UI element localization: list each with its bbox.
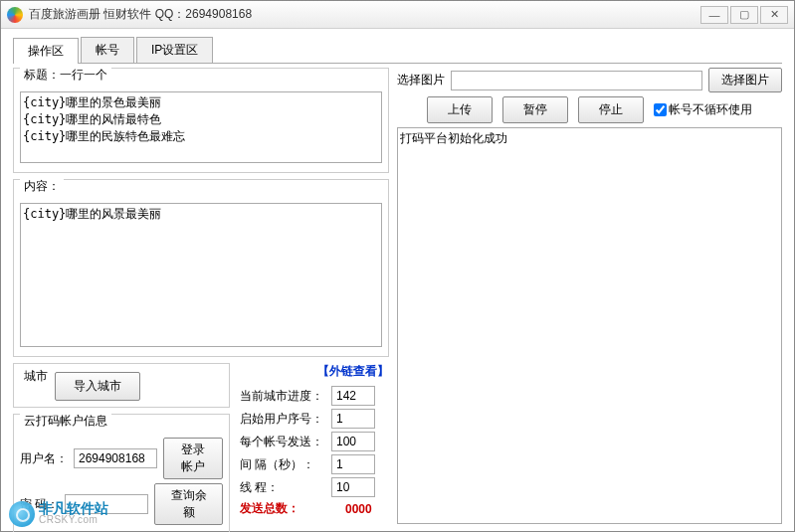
username-label: 用户名： bbox=[20, 450, 68, 467]
content-group-label: 内容： bbox=[20, 178, 64, 195]
select-image-label: 选择图片 bbox=[397, 72, 445, 89]
noloop-checkbox-wrap[interactable]: 帐号不循环使用 bbox=[654, 101, 752, 118]
password-label: 密 码： bbox=[20, 496, 59, 513]
tab-operate[interactable]: 操作区 bbox=[13, 38, 79, 64]
city-group-label: 城市 bbox=[20, 368, 52, 385]
noloop-checkbox[interactable] bbox=[654, 103, 667, 116]
maximize-button[interactable]: ▢ bbox=[730, 6, 758, 24]
app-icon bbox=[7, 7, 23, 23]
noloop-label: 帐号不循环使用 bbox=[669, 101, 752, 118]
import-city-button[interactable]: 导入城市 bbox=[55, 372, 140, 401]
balance-button[interactable]: 查询余额 bbox=[154, 483, 223, 525]
pause-button[interactable]: 暂停 bbox=[502, 96, 568, 123]
password-input[interactable] bbox=[65, 494, 148, 514]
titlebar: 百度旅游画册 恒财软件 QQ：2694908168 — ▢ ✕ bbox=[1, 1, 794, 29]
threads-input[interactable] bbox=[331, 477, 375, 497]
threads-label: 线 程： bbox=[240, 479, 331, 496]
login-button[interactable]: 登录帐户 bbox=[163, 438, 223, 479]
peraccount-input[interactable] bbox=[331, 432, 375, 451]
stop-button[interactable]: 停止 bbox=[578, 96, 644, 123]
title-group-label: 标题：一行一个 bbox=[20, 67, 111, 84]
total-label: 发送总数： bbox=[240, 500, 331, 517]
total-value: 0000 bbox=[345, 502, 372, 516]
tab-bar: 操作区 帐号 IP设置区 bbox=[13, 37, 782, 64]
title-textarea[interactable] bbox=[20, 91, 382, 163]
log-textarea[interactable] bbox=[397, 127, 782, 524]
external-link-view[interactable]: 【外链查看】 bbox=[317, 364, 389, 378]
close-button[interactable]: ✕ bbox=[760, 6, 788, 24]
startuser-label: 启始用户序号： bbox=[240, 411, 331, 428]
startuser-input[interactable] bbox=[331, 409, 375, 429]
window-title: 百度旅游画册 恒财软件 QQ：2694908168 bbox=[29, 6, 698, 23]
interval-label: 间 隔（秒）： bbox=[240, 456, 331, 473]
interval-input[interactable] bbox=[331, 454, 375, 474]
peraccount-label: 每个帐号发送： bbox=[240, 434, 331, 450]
tab-ip[interactable]: IP设置区 bbox=[136, 37, 213, 63]
username-input[interactable] bbox=[74, 448, 157, 468]
progress-input[interactable] bbox=[331, 386, 375, 406]
upload-button[interactable]: 上传 bbox=[427, 96, 493, 123]
image-path-input[interactable] bbox=[451, 71, 702, 90]
yun-info-label: 云打码帐户信息 bbox=[20, 413, 111, 430]
minimize-button[interactable]: — bbox=[700, 6, 728, 24]
tab-account[interactable]: 帐号 bbox=[81, 37, 134, 63]
progress-label: 当前城市进度： bbox=[240, 388, 331, 405]
content-textarea[interactable] bbox=[20, 203, 382, 347]
select-image-button[interactable]: 选择图片 bbox=[708, 68, 782, 92]
